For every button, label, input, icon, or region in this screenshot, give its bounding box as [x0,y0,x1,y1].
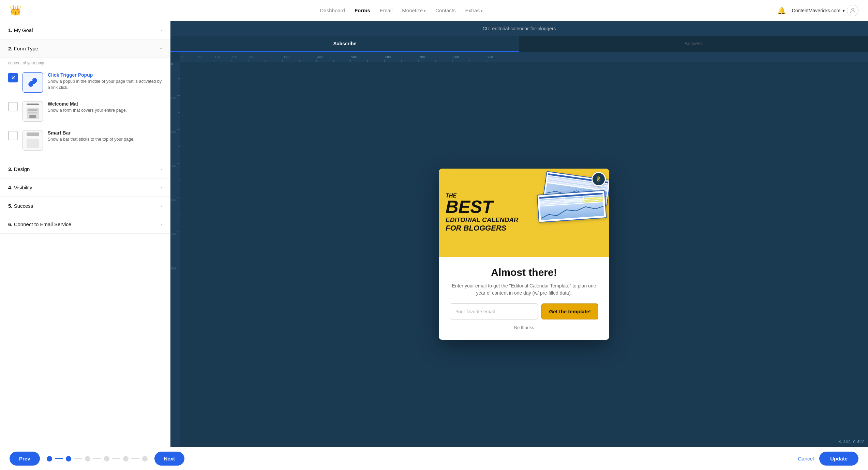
popup-modal: THE BEST EDITORIAL CALENDAR FOR BLOGGERS [439,169,609,340]
svg-text:100: 100 [171,96,176,100]
cta-button[interactable]: Get the template! [541,303,598,319]
popup-overlay: ✕ THE BEST EDITORIAL CALENDAR FOR BLO [180,62,868,447]
chevron-down-icon: › [159,48,164,49]
svg-point-0 [852,8,854,11]
step-my-goal[interactable]: 1. My Goal › [0,21,170,40]
svg-text:600: 600 [171,267,176,270]
step-form-type[interactable]: 2. Form Type › [0,40,170,58]
notification-icon[interactable]: 🔔 [777,6,786,15]
update-button[interactable]: Update [819,452,858,466]
account-name: ContentMavericks.com [792,8,840,13]
preview-header: CU: editorial-calendar-for-bloggers [170,21,868,36]
svg-text:150: 150 [232,56,237,59]
smart-bar-icon [23,130,43,151]
step-5-label: 5. Success [8,203,33,209]
account-menu[interactable]: ContentMavericks.com ▾ [792,5,858,16]
step-design[interactable]: 3. Design › [0,160,170,178]
step-success[interactable]: 5. Success › [0,197,170,215]
welcome-mat-icon [23,101,43,122]
nav-monetize[interactable]: Monetize [402,7,426,13]
nav-forms[interactable]: Forms [355,7,370,13]
svg-text:800: 800 [453,56,459,59]
tab-subscribe[interactable]: Subscribe [170,36,519,52]
svg-text:300: 300 [171,164,176,168]
popup-description: Enter your email to get the "Editorial C… [450,282,598,297]
main-layout: 1. My Goal › 2. Form Type › content of y… [0,21,868,447]
chevron-down-icon: ▾ [842,8,845,13]
nav-email[interactable]: Email [380,7,393,13]
popup-headline-bloggers: FOR BLOGGERS [446,224,527,233]
scrolled-hint: content of your page. [8,58,162,68]
nav-contacts[interactable]: Contacts [435,7,455,13]
popup-form: Get the template! [450,303,598,319]
option-click-trigger[interactable]: ✕ Click Trigger Popup Show a popup in th… [8,68,162,97]
dot-connector-3 [93,458,101,459]
click-trigger-desc: Show a popup in the middle of your page … [48,79,162,91]
step-2-label: 2. Form Type [8,46,38,51]
next-button[interactable]: Next [154,452,185,466]
svg-text:900: 900 [488,56,493,59]
dot-1[interactable] [47,456,52,461]
topnav: 👑 Dashboard Forms Email Monetize Contact… [0,0,868,21]
step-3-label: 3. Design [8,166,30,172]
svg-text:50: 50 [198,56,201,59]
smart-bar-text: Smart Bar Show a bar that sticks to the … [48,130,134,143]
checkbox-welcome-mat[interactable] [8,102,18,111]
svg-text:500: 500 [351,56,357,59]
dot-connector-1 [55,458,63,459]
svg-text:200: 200 [249,56,254,59]
progress-dots [47,456,148,461]
ruler-corner [170,52,180,62]
step-visibility[interactable]: 4. Visibility › [0,178,170,197]
dot-2[interactable] [66,456,71,461]
no-thanks-link[interactable]: No thanks [514,325,534,330]
svg-point-53 [598,179,599,180]
preview-tabs: Subscribe Success [170,36,868,52]
welcome-mat-desc: Show a form that covers your entire page… [48,108,127,114]
tab-success[interactable]: Success [519,36,868,52]
click-trigger-icon [23,72,43,93]
click-trigger-text: Click Trigger Popup Show a popup in the … [48,72,162,91]
dot-5[interactable] [123,456,129,461]
app-logo: 👑 [10,5,21,16]
popup-body: Almost there! Enter your email to get th… [439,257,609,340]
svg-text:400: 400 [317,56,323,59]
svg-text:200: 200 [171,130,176,134]
prev-button[interactable]: Prev [10,452,40,466]
welcome-mat-title[interactable]: Welcome Mat [48,101,127,107]
dot-6[interactable] [142,456,148,461]
nav-extras[interactable]: Extras [465,7,483,13]
svg-text:0: 0 [171,62,173,66]
popup-headline-best: BEST [446,199,527,215]
svg-text:500: 500 [171,233,176,236]
right-panel: CU: editorial-calendar-for-bloggers Subs… [170,21,868,447]
dot-connector-2 [74,458,82,459]
popup-title: Almost there! [450,267,598,278]
chevron-right-icon-3: › [161,167,162,172]
option-smart-bar[interactable]: Smart Bar Show a bar that sticks to the … [8,126,162,155]
smart-bar-desc: Show a bar that sticks to the top of you… [48,137,134,143]
checkbox-smart-bar[interactable] [8,131,18,140]
step-6-label: 6. Connect to Email Service [8,221,71,227]
click-trigger-title[interactable]: Click Trigger Popup [48,72,162,78]
nav-dashboard[interactable]: Dashboard [320,7,345,13]
bottom-right: Cancel Update [798,452,858,466]
dot-connector-5 [131,458,139,459]
welcome-mat-text: Welcome Mat Show a form that covers your… [48,101,127,114]
email-input[interactable] [450,303,538,319]
svg-text:400: 400 [171,199,176,202]
option-welcome-mat[interactable]: Welcome Mat Show a form that covers your… [8,97,162,126]
cancel-button[interactable]: Cancel [798,456,814,461]
svg-text:300: 300 [283,56,288,59]
checkbox-click-trigger[interactable]: ✕ [8,73,18,82]
preview-title: CU: editorial-calendar-for-bloggers [483,26,556,31]
step-1-label: 1. My Goal [8,27,33,33]
dot-connector-4 [112,458,120,459]
dot-4[interactable] [104,456,109,461]
smart-bar-title[interactable]: Smart Bar [48,130,134,136]
avatar[interactable] [847,5,858,16]
spreadsheet-front [537,190,607,223]
dot-3[interactable] [85,456,90,461]
svg-text:600: 600 [385,56,391,59]
step-connect-email[interactable]: 6. Connect to Email Service › [0,215,170,234]
